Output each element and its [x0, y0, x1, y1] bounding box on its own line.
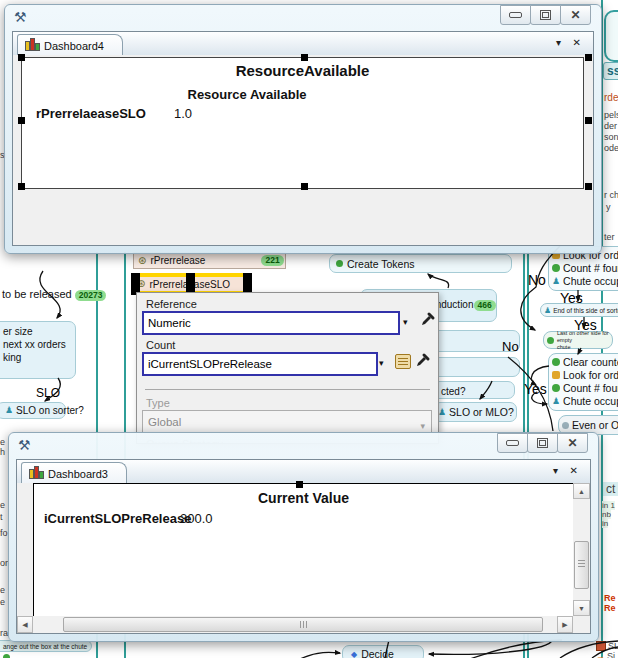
decision-box-main[interactable]: Clear counter Look for order Count # fou… [548, 353, 618, 411]
counter-icon [547, 337, 554, 344]
end-of-side-box[interactable]: ♟ End of this side of sorte [540, 303, 618, 317]
dashboard3-titlebar[interactable]: ⚒ ✕ [9, 433, 598, 459]
horizontal-scroll-thumb[interactable] [63, 617, 543, 632]
reference-input[interactable]: Numeric [142, 311, 400, 335]
create-tokens-box[interactable]: Create Tokens [329, 254, 512, 273]
edge-fragment: e [0, 597, 5, 607]
edge-fragment: ssi [603, 62, 618, 80]
scroll-down-button[interactable]: ▼ [573, 600, 590, 616]
tab-list-dropdown-icon[interactable]: ▾ [553, 465, 558, 476]
flow-step-label: Chute occupie [563, 275, 618, 287]
token-icon [336, 260, 343, 267]
edge-fragment: Re [604, 593, 616, 603]
order-size-line: king [3, 352, 75, 363]
eyedropper-icon[interactable] [415, 352, 431, 368]
even-odd-icon [562, 422, 569, 429]
decide-diamond-icon: ◆ [351, 650, 357, 658]
edge-fragment: rde [604, 92, 618, 103]
scroll-up-button[interactable]: ▲ [573, 483, 590, 499]
person-icon: ♟ [438, 408, 446, 417]
person-icon: ♟ [544, 306, 551, 315]
counter-icon [552, 384, 560, 392]
script-icon[interactable] [395, 354, 411, 369]
maximize-button[interactable] [527, 433, 558, 453]
resize-handle[interactable] [301, 183, 308, 190]
resize-handle[interactable] [585, 117, 592, 124]
flow-step-label: Count # foun [563, 382, 618, 394]
edge-fragment: e [0, 585, 5, 595]
scroll-right-button[interactable]: ▶ [557, 616, 573, 633]
resize-handle[interactable] [18, 117, 25, 124]
tab-label: Dashboard3 [48, 468, 108, 480]
resize-handle[interactable] [585, 54, 592, 61]
dashboard3-canvas[interactable]: Current Value iCurrentSLOPreRelease 300.… [17, 483, 590, 633]
resize-handle[interactable] [585, 183, 592, 190]
tab-dashboard3[interactable]: Dashboard3 [21, 462, 127, 484]
tab-label: Dashboard4 [44, 40, 104, 52]
expected-label: cted? [441, 386, 465, 397]
list-icon [596, 641, 606, 651]
slo-branch-label: SLO [36, 386, 60, 400]
close-button[interactable]: ✕ [560, 5, 591, 25]
dashboard4-window[interactable]: ⚒ ✕ Dashboard4 ▾ ✕ ResourceAvailable Res… [4, 4, 602, 254]
arrow-icon: → [596, 651, 605, 658]
scroll-left-button[interactable]: ◀ [17, 616, 33, 633]
minimize-button[interactable] [497, 433, 528, 453]
tab-close-icon[interactable]: ✕ [570, 465, 578, 476]
type-label: Type [146, 397, 170, 409]
no-label: No [502, 339, 519, 354]
dashboard3-window[interactable]: ⚒ ✕ Dashboard3 ▾ ✕ Current Value iCurren… [8, 432, 599, 642]
flow-step-label: Clear counter [563, 356, 618, 368]
flow-step-label: Chute occupie [563, 395, 618, 407]
resize-handle[interactable] [301, 54, 308, 61]
current-value-widget[interactable]: Current Value iCurrentSLOPreRelease 300.… [33, 483, 573, 616]
slo-or-mlo-box[interactable]: ♟ SLO or MLO? [433, 402, 517, 422]
widget-row-value: 1.0 [174, 106, 192, 121]
decide-box[interactable]: ◆ Decide [342, 645, 424, 658]
eyedropper-icon[interactable] [420, 311, 436, 327]
tab-dashboard4[interactable]: Dashboard4 [17, 34, 123, 56]
resize-handle[interactable] [18, 183, 25, 190]
tab-list-dropdown-icon[interactable]: ▾ [556, 37, 561, 48]
vertical-scroll-thumb[interactable] [574, 541, 589, 589]
create-tokens-label: Create Tokens [347, 258, 415, 270]
minimize-button[interactable] [500, 5, 531, 25]
edge-fragment: r ch [604, 190, 618, 200]
edge-fragment: Re [604, 603, 616, 613]
properties-panel: Reference Numeric ▾ Count iCurrentSLOPre… [136, 292, 439, 444]
reference-dropdown-icon[interactable]: ▾ [403, 317, 408, 327]
empty-chute-box[interactable]: Last on other side for empty chute [543, 331, 613, 349]
empty-chute-line: chute [557, 344, 609, 351]
resize-handle[interactable] [18, 54, 25, 61]
order-size-box[interactable]: er size next xx orders king [0, 321, 76, 379]
count-input[interactable]: iCurrentSLOPreRelease [142, 352, 378, 376]
count-dropdown-icon[interactable]: ▾ [379, 358, 384, 368]
edge-fragment: ra [0, 628, 8, 638]
type-combobox[interactable]: Global ▾ [142, 410, 432, 433]
dashboard4-titlebar[interactable]: ⚒ ✕ [5, 5, 601, 31]
edge-fragment: fo [0, 528, 8, 538]
edge-fragment: pels [604, 110, 618, 120]
edge-fragment: SL [596, 641, 618, 651]
resize-handle[interactable] [296, 481, 303, 488]
resource-count-badge: 221 [261, 255, 283, 266]
edge-fragment: y [606, 202, 611, 212]
close-button[interactable]: ✕ [557, 433, 588, 453]
slo-on-sorter-box[interactable]: ♟ SLO on sorter? [0, 402, 66, 419]
person-icon: ♟ [552, 397, 560, 406]
edge-fragment: ode [604, 143, 618, 153]
edge-fragment: son [604, 132, 618, 142]
tab-close-icon[interactable]: ✕ [573, 37, 581, 48]
maximize-button[interactable] [530, 5, 561, 25]
edge-fragment: ter [604, 232, 615, 242]
vertical-scrollbar[interactable]: ▲ ▼ [573, 483, 590, 616]
dashboard4-canvas[interactable]: ResourceAvailable Resource Available rPr… [13, 55, 593, 245]
change-box-label: ange out the box at the chute [3, 643, 87, 650]
count-label: Count [146, 339, 175, 351]
resource-available-widget[interactable]: ResourceAvailable Resource Available rPr… [21, 57, 584, 189]
yes-label: Yes [524, 381, 547, 397]
edge-fragment: nb [602, 510, 611, 519]
dashboard3-tabstrip: Dashboard3 ▾ ✕ [17, 460, 590, 484]
horizontal-scrollbar[interactable]: ◀ ▶ [17, 616, 573, 633]
resource-rprerrelease[interactable]: ⊛ rPrerrelease 221 [133, 252, 286, 269]
